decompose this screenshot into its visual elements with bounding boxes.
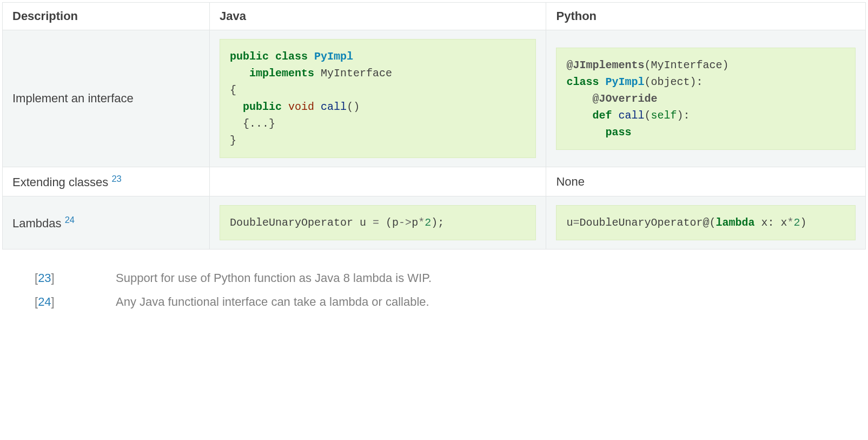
footnote-label: [24] (35, 295, 116, 309)
java-code-block: public class PyImpl implements MyInterfa… (220, 39, 536, 158)
table-header-row: Description Java Python (3, 3, 866, 30)
cell-description: Extending classes 23 (3, 167, 210, 196)
header-java: Java (210, 3, 546, 30)
cell-java (210, 167, 546, 196)
footnote-ref-23[interactable]: 23 (111, 174, 121, 183)
footnote-ref-24[interactable]: 24 (65, 215, 75, 225)
table-row: Implement an interface public class PyIm… (3, 30, 866, 167)
footnote-label: [23] (35, 271, 116, 285)
cell-python: None (546, 167, 866, 196)
comparison-table: Description Java Python Implement an int… (2, 2, 866, 249)
footnote-backref-24[interactable]: 24 (38, 295, 51, 308)
header-python: Python (546, 3, 866, 30)
cell-description: Lambdas 24 (3, 196, 210, 249)
cell-java: public class PyImpl implements MyInterfa… (210, 30, 546, 167)
footnote-text: Any Java functional interface can take a… (116, 295, 684, 309)
footnote-24: [24] Any Java functional interface can t… (35, 295, 684, 309)
footnotes: [23] Support for use of Python function … (35, 271, 684, 309)
table-row: Extending classes 23 None (3, 167, 866, 196)
cell-description: Implement an interface (3, 30, 210, 167)
table-row: Lambdas 24 DoubleUnaryOperator u = (p->p… (3, 196, 866, 249)
cell-python: @JImplements(MyInterface) class PyImpl(o… (546, 30, 866, 167)
footnote-backref-23[interactable]: 23 (38, 271, 51, 285)
cell-python: u=DoubleUnaryOperator@(lambda x: x*2) (546, 196, 866, 249)
footnote-text: Support for use of Python function as Ja… (116, 271, 684, 285)
python-code-block: @JImplements(MyInterface) class PyImpl(o… (556, 48, 856, 150)
footnote-23: [23] Support for use of Python function … (35, 271, 684, 285)
python-code-block: u=DoubleUnaryOperator@(lambda x: x*2) (556, 205, 856, 240)
java-code-block: DoubleUnaryOperator u = (p->p*2); (220, 205, 536, 240)
header-description: Description (3, 3, 210, 30)
cell-java: DoubleUnaryOperator u = (p->p*2); (210, 196, 546, 249)
